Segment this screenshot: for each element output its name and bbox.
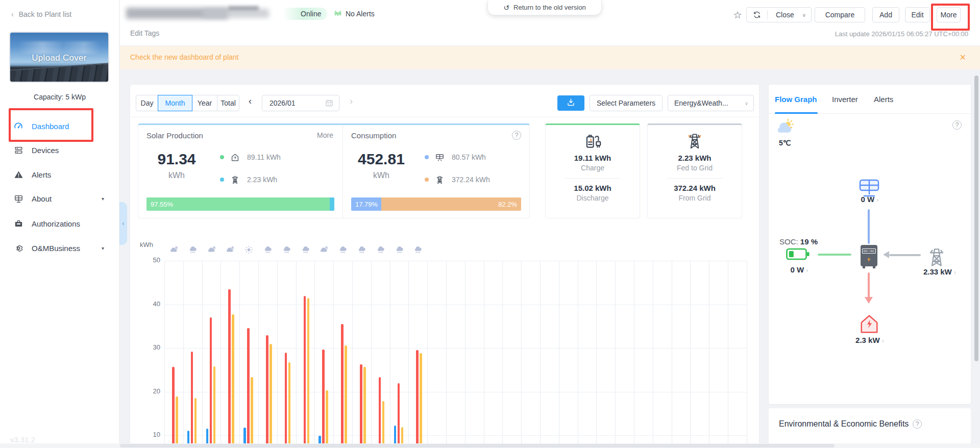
fed-to-grid-value: 2.23 kWh: [648, 154, 742, 162]
flow-panel-tabs: Flow Graph Inverter Alerts: [769, 85, 971, 114]
chevron-right-icon[interactable]: ›: [876, 196, 878, 204]
help-icon[interactable]: ?: [913, 419, 922, 429]
chart-bar-yellow: [270, 344, 272, 448]
solar-production-title: Solar Production: [146, 131, 203, 140]
chart-bar-red: [247, 328, 250, 448]
tab-total[interactable]: Total: [217, 95, 239, 111]
chart-bar-red: [416, 350, 419, 448]
chart-gridline-v: [296, 261, 297, 448]
return-old-version-button[interactable]: ↺ Return to the old version: [487, 0, 602, 15]
discharge-value: 15.02 kWh: [546, 184, 640, 192]
chart-bar-yellow: [251, 377, 253, 448]
chart-gridline-v: [709, 261, 709, 448]
chart-bar-yellow: [232, 314, 234, 448]
soc-label: SOC: 19 %: [779, 237, 818, 246]
chart-bar-red: [285, 353, 287, 448]
chart-bar-red: [304, 296, 306, 448]
tab-year[interactable]: Year: [192, 95, 217, 111]
cloud-sun-icon: [775, 118, 795, 136]
chart-bar-red: [398, 383, 400, 448]
chart-y-tick: 50: [142, 256, 160, 264]
back-to-plant-list-link[interactable]: ‹Back to Plant list: [11, 10, 71, 18]
add-button[interactable]: Add: [872, 7, 899, 22]
tab-month[interactable]: Month: [158, 95, 192, 111]
chart-gridline-v: [484, 261, 484, 448]
chart-bar-yellow: [307, 298, 310, 448]
tab-day[interactable]: Day: [136, 95, 158, 111]
edit-button[interactable]: Edit: [905, 7, 930, 22]
app-version-label: v3.31.2: [10, 435, 35, 444]
calendar-icon: [325, 98, 334, 108]
online-label: Online: [301, 10, 321, 18]
close-icon[interactable]: ✕: [960, 53, 966, 62]
chart-gridline-v: [540, 261, 541, 448]
solar-progress-bar: 97.55%: [146, 197, 334, 211]
banner-message-link[interactable]: Check the new dashboard of plant: [130, 53, 238, 61]
close-button-group[interactable]: Close ∨: [746, 7, 812, 22]
chart-gridline-v: [690, 261, 691, 448]
chart-y-tick: 10: [142, 431, 160, 438]
download-icon: [566, 97, 576, 109]
consumption-from-solar-value: 80.57 kWh: [452, 153, 486, 161]
horizontal-scrollbar[interactable]: [120, 444, 835, 447]
refresh-icon[interactable]: [747, 10, 767, 19]
divider: [130, 117, 759, 117]
tab-alerts[interactable]: Alerts: [874, 95, 893, 104]
chevron-right-icon[interactable]: ›: [954, 268, 956, 276]
chevron-right-icon[interactable]: ›: [882, 337, 884, 344]
sidebar-item-authorizations[interactable]: Authorizations: [0, 213, 119, 234]
help-icon[interactable]: ?: [512, 131, 521, 140]
consumption-from-grid-row: 372.24 kWh: [425, 174, 490, 185]
tab-inverter[interactable]: Inverter: [832, 95, 858, 104]
tab-flow-graph[interactable]: Flow Graph: [775, 95, 817, 104]
date-value: 2026/01: [270, 99, 296, 107]
chart-weather-row: [164, 245, 747, 255]
chevron-right-icon[interactable]: ›: [806, 266, 808, 274]
solar-more-link[interactable]: More: [317, 131, 333, 139]
chart-bar-red: [228, 289, 231, 448]
weather-rain-icon: [357, 245, 366, 255]
consumption-from-grid-value: 372.24 kWh: [452, 176, 490, 184]
signal-icon: [333, 9, 342, 18]
weather-partly-cloudy-icon: [319, 245, 329, 255]
vertical-scrollbar[interactable]: [974, 76, 978, 361]
sidebar-item-label: Authorizations: [32, 219, 80, 228]
parameter-dropdown-value: Energy&Weath...: [674, 99, 728, 107]
upload-cover-image[interactable]: Upload Cover: [9, 32, 109, 83]
chart-gridline-v: [502, 261, 503, 448]
weather-sunny-icon: [244, 245, 254, 255]
sidebar-item-devices[interactable]: Devices: [0, 140, 119, 160]
no-alerts-label: No Alerts: [346, 10, 375, 18]
chart-bar-yellow: [382, 401, 385, 448]
load-power-label: 2.3 kW›: [769, 336, 971, 344]
chart-bar-red: [266, 335, 268, 448]
select-parameters-button[interactable]: Select Parameters: [590, 95, 663, 111]
sidebar-item-dashboard[interactable]: Dashboard: [0, 116, 119, 136]
date-picker-input[interactable]: 2026/01: [262, 95, 339, 111]
sidebar-item-alerts[interactable]: Alerts: [0, 164, 119, 185]
compare-button[interactable]: Compare: [815, 7, 865, 22]
sidebar-item-label: O&MBusiness: [32, 244, 80, 253]
close-button[interactable]: Close: [768, 11, 802, 19]
parameter-dropdown[interactable]: Energy&Weath... ∨: [668, 95, 754, 111]
more-button[interactable]: More: [937, 7, 961, 22]
chart-y-tick: 30: [142, 343, 160, 351]
download-button[interactable]: [557, 95, 584, 111]
date-prev-icon[interactable]: ‹: [249, 96, 252, 107]
gear-icon: [13, 243, 23, 253]
range-tabs: Day Month Year Total: [136, 95, 239, 111]
help-icon[interactable]: ?: [952, 120, 962, 130]
back-link-label: Back to Plant list: [19, 10, 72, 18]
edit-tags-link[interactable]: Edit Tags: [130, 29, 159, 37]
chart-gridline-v: [239, 261, 240, 448]
sidebar-item-about[interactable]: About ▾: [0, 188, 119, 209]
chart-gridline-v: [408, 261, 409, 448]
sidebar-collapse-handle[interactable]: ‹: [119, 202, 127, 245]
date-next-icon[interactable]: ›: [350, 96, 353, 107]
sidebar-item-om-business[interactable]: O&MBusiness ▾: [0, 238, 119, 258]
chart-gridline-h: [164, 305, 747, 305]
weather-rain-icon: [338, 245, 348, 255]
production-consumption-card: Solar Production More 91.34 kWh 89.11 kW…: [138, 123, 530, 218]
divider: [565, 178, 621, 179]
favorite-star-icon[interactable]: ☆: [730, 7, 745, 22]
